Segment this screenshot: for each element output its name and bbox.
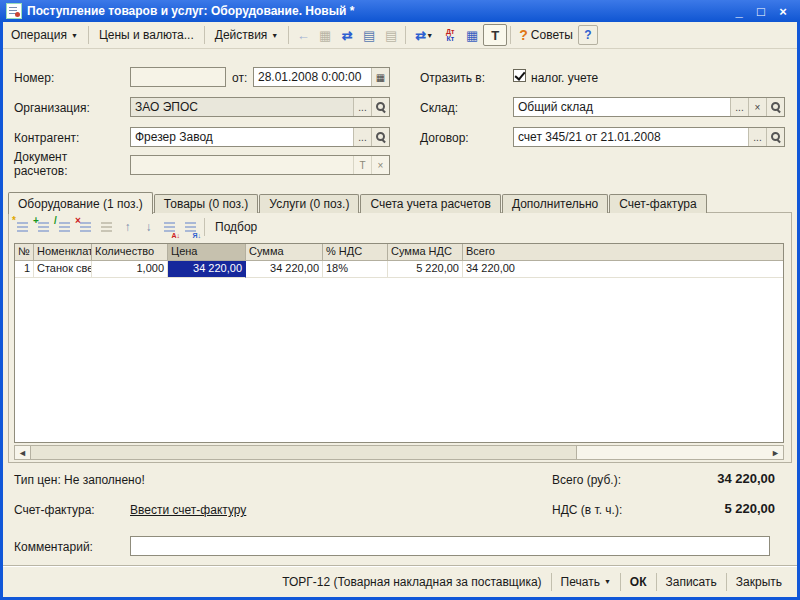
cell-price-selected[interactable]: 34 220,00 <box>168 261 246 278</box>
column-header-number[interactable]: № <box>15 244 34 261</box>
date-input[interactable]: 28.01.2008 0:00:00 ▦ <box>253 67 390 87</box>
column-header-quantity[interactable]: Количество <box>92 244 168 261</box>
column-header-total[interactable]: Всего <box>463 244 784 261</box>
ellipsis-button[interactable]: ... <box>748 128 766 146</box>
cell-sum[interactable]: 34 220,00 <box>246 261 323 278</box>
text-toggle-icon[interactable]: T <box>483 24 507 46</box>
pick-button[interactable]: Подбор <box>208 217 264 237</box>
ellipsis-button[interactable]: ... <box>353 98 371 116</box>
main-toolbar: Операция ▼ Цены и валюта... Действия ▼ ←… <box>0 22 800 49</box>
title-bar: Поступление товаров и услуг: Оборудовани… <box>0 0 800 22</box>
operation-menu-label: Операция <box>11 28 67 42</box>
total-label: Всего (руб.): <box>552 473 621 487</box>
tab-settlement-accounts[interactable]: Счета учета расчетов <box>360 194 500 213</box>
scrollbar-track[interactable] <box>577 446 768 459</box>
close-button[interactable]: × <box>772 4 794 19</box>
cell-total[interactable]: 34 220,00 <box>463 261 784 278</box>
scroll-left-button[interactable]: ◄ <box>15 446 30 459</box>
document-window: Поступление товаров и услуг: Оборудовани… <box>0 0 800 600</box>
add-row-icon[interactable]: * <box>12 217 33 237</box>
search-button[interactable] <box>766 128 784 146</box>
minimize-button[interactable]: _ <box>728 4 750 19</box>
dtkt-postings-icon[interactable]: Дт Кт <box>439 25 461 45</box>
tab-additional[interactable]: Дополнительно <box>502 194 608 213</box>
goto-button[interactable]: ⇄ ▼ <box>409 25 439 45</box>
actions-menu-button[interactable]: Действия ▼ <box>208 25 286 45</box>
delete-row-icon[interactable]: × <box>75 217 96 237</box>
search-button[interactable] <box>371 128 389 146</box>
contract-input[interactable]: счет 345/21 от 21.01.2008 ... <box>513 127 785 147</box>
move-down-icon[interactable]: ↓ <box>138 217 159 237</box>
warehouse-value: Общий склад <box>514 98 730 116</box>
horizontal-scrollbar[interactable]: ◄ ► <box>14 445 784 460</box>
scroll-right-button[interactable]: ► <box>768 446 783 459</box>
tab-equipment[interactable]: Оборудование (1 поз.) <box>8 192 153 214</box>
refresh-icon[interactable]: ⇄ <box>336 25 358 45</box>
tab-invoice[interactable]: Счет-фактура <box>609 194 706 213</box>
column-header-sum[interactable]: Сумма <box>246 244 323 261</box>
search-button[interactable] <box>371 98 389 116</box>
organization-input[interactable]: ЗАО ЭПОС ... <box>130 97 390 117</box>
reread-icon: ▦ <box>314 25 336 45</box>
add-copy-icon[interactable]: + <box>33 217 54 237</box>
cell-nomenclature[interactable]: Станок све... <box>34 261 92 278</box>
sort-asc-icon[interactable]: А↓ <box>159 217 180 237</box>
ellipsis-button[interactable]: ... <box>353 128 371 146</box>
window-title: Поступление товаров и услуг: Оборудовани… <box>27 4 728 18</box>
number-input[interactable] <box>130 67 226 87</box>
help-icon: ? <box>584 28 591 42</box>
toolbar-separator <box>88 26 89 44</box>
tab-services[interactable]: Услуги (0 поз.) <box>259 194 359 213</box>
help-button[interactable]: ? <box>578 25 598 45</box>
warehouse-input[interactable]: Общий склад ... × <box>513 97 785 117</box>
warehouse-label: Склад: <box>420 101 458 115</box>
column-header-price[interactable]: Цена <box>168 244 246 261</box>
tab-goods[interactable]: Товары (0 поз.) <box>154 194 259 213</box>
cell-quantity[interactable]: 1,000 <box>92 261 168 278</box>
cell-vat-percent[interactable]: 18% <box>323 261 388 278</box>
settlement-doc-input[interactable]: Т × <box>130 155 390 175</box>
add-badge: * <box>12 216 16 226</box>
ok-button[interactable]: ОК <box>621 571 656 593</box>
move-up-icon[interactable]: ↑ <box>117 217 138 237</box>
delete-badge: × <box>75 216 81 226</box>
clear-button[interactable]: × <box>748 98 766 116</box>
column-header-vat-percent[interactable]: % НДС <box>323 244 388 261</box>
cell-vat-sum[interactable]: 5 220,00 <box>388 261 463 278</box>
ellipsis-button[interactable]: ... <box>730 98 748 116</box>
copy-badge: + <box>33 216 39 226</box>
print-button[interactable]: Печать ▼ <box>552 571 620 593</box>
table-row: 1 Станок све... 1,000 34 220,00 34 220,0… <box>15 261 784 278</box>
date-value: 28.01.2008 0:00:00 <box>254 68 371 86</box>
number-label: Номер: <box>14 71 54 85</box>
tips-icon: ? <box>519 27 528 43</box>
column-header-nomenclature[interactable]: Номенклат... <box>34 244 92 261</box>
sort-asc-badge: А↓ <box>171 232 180 239</box>
type-select-button[interactable]: Т <box>353 156 371 174</box>
tips-label: Советы <box>531 28 573 42</box>
post-document-icon[interactable]: ▤ <box>358 25 380 45</box>
sort-desc-icon[interactable]: Я↓ <box>180 217 201 237</box>
cell-row-number[interactable]: 1 <box>15 261 34 278</box>
operation-menu-button[interactable]: Операция ▼ <box>4 25 85 45</box>
enter-invoice-link[interactable]: Ввести счет-фактуру <box>130 503 246 517</box>
torg12-button[interactable]: ТОРГ-12 (Товарная накладная за поставщик… <box>273 571 550 593</box>
calendar-button[interactable]: ▦ <box>371 68 389 86</box>
comment-input[interactable] <box>130 536 770 556</box>
clear-button[interactable]: × <box>371 156 389 174</box>
save-button[interactable]: Записать <box>657 571 726 593</box>
rows-icon <box>80 222 91 232</box>
tab-strip: Оборудование (1 поз.) Товары (0 поз.) Ус… <box>8 191 708 213</box>
report-icon[interactable]: ▦ <box>461 25 483 45</box>
close-window-button[interactable]: Закрыть <box>727 571 791 593</box>
maximize-button[interactable]: □ <box>750 4 772 19</box>
scrollbar-thumb[interactable] <box>30 446 577 459</box>
counterparty-input[interactable]: Фрезер Завод ... <box>130 127 390 147</box>
edit-row-icon[interactable]: / <box>54 217 75 237</box>
column-header-vat-sum[interactable]: Сумма НДС <box>388 244 463 261</box>
tips-button[interactable]: ? Советы <box>514 25 578 45</box>
prices-currency-button[interactable]: Цены и валюта... <box>92 25 201 45</box>
search-button[interactable] <box>766 98 784 116</box>
toolbar-separator <box>405 26 406 44</box>
tax-accounting-checkbox[interactable] <box>513 69 526 82</box>
